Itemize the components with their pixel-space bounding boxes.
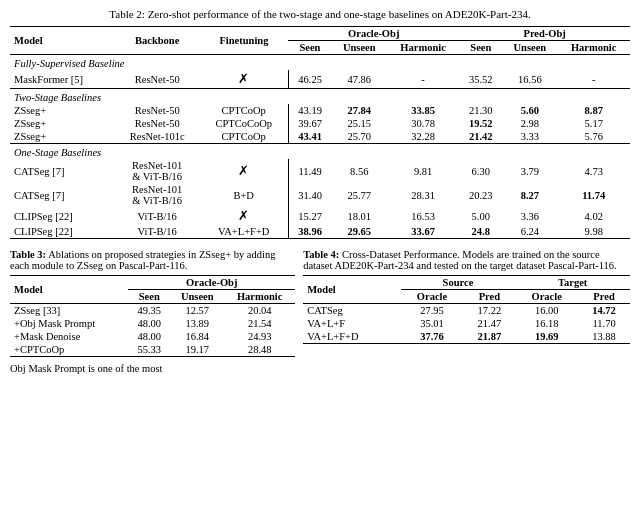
cell-model: +Obj Mask Prompt	[10, 317, 128, 330]
cell-model: +CPTCoOp	[10, 343, 128, 357]
cell-p-harmonic: 8.87	[557, 104, 630, 117]
cell-backbone: ResNet-50	[115, 117, 200, 130]
cell-p-seen: 20.23	[459, 183, 502, 207]
cell-model: +Mask Denoise	[10, 330, 128, 343]
cell-seen: 49.35	[128, 304, 170, 318]
cell-model: CLIPSeg [22]	[10, 207, 115, 225]
col-header-oracle-harmonic: Harmonic	[387, 41, 460, 55]
t3-col-model: Model	[10, 276, 128, 304]
cell-o-seen: 43.41	[288, 130, 332, 144]
cell-p-seen: 21.42	[459, 130, 502, 144]
cell-o-unseen: 25.77	[332, 183, 387, 207]
cell-model: CATSeg	[303, 304, 400, 318]
cell-t-pred: 14.72	[578, 304, 630, 318]
table-row: VA+L+F+D 37.76 21.87 19.69 13.88	[303, 330, 630, 344]
cell-o-harmonic: 9.81	[387, 159, 460, 183]
cell-t-pred: 11.70	[578, 317, 630, 330]
cell-p-harmonic: 11.74	[557, 183, 630, 207]
cell-model: ZSseg+	[10, 104, 115, 117]
cell-finetuning: ✗	[200, 207, 288, 225]
cell-p-seen: 21.30	[459, 104, 502, 117]
cell-seen: 48.00	[128, 330, 170, 343]
cell-finetuning: CPTCoCoOp	[200, 117, 288, 130]
table-row: CATSeg 27.95 17.22 16.00 14.72	[303, 304, 630, 318]
col-header-pred-unseen: Unseen	[502, 41, 557, 55]
cell-s-pred: 21.87	[463, 330, 515, 344]
cell-t-oracle: 16.18	[515, 317, 578, 330]
cell-model: VA+L+F	[303, 317, 400, 330]
cell-unseen: 16.84	[170, 330, 224, 343]
col-header-oracle-obj: Oracle-Obj	[288, 27, 459, 41]
t4-t-pred: Pred	[578, 290, 630, 304]
cell-o-unseen: 47.86	[332, 70, 387, 89]
cell-harmonic: 28.48	[224, 343, 295, 357]
cell-p-unseen: 2.98	[502, 117, 557, 130]
cell-finetuning: ✗	[200, 159, 288, 183]
cell-seen: 55.33	[128, 343, 170, 357]
cell-p-unseen: 5.60	[502, 104, 557, 117]
t4-col-model: Model	[303, 276, 400, 304]
t3-col-seen: Seen	[128, 290, 170, 304]
cell-backbone: ViT-B/16	[115, 225, 200, 239]
cell-p-unseen: 3.79	[502, 159, 557, 183]
cell-p-unseen: 8.27	[502, 183, 557, 207]
table4-container: Table 4: Cross-Dataset Performance. Mode…	[303, 249, 630, 357]
cell-o-unseen: 8.56	[332, 159, 387, 183]
cell-o-seen: 11.49	[288, 159, 332, 183]
cell-harmonic: 21.54	[224, 317, 295, 330]
col-header-oracle-seen: Seen	[288, 41, 332, 55]
table4: Model Source Target Oracle Pred Oracle P…	[303, 275, 630, 344]
cell-unseen: 19.17	[170, 343, 224, 357]
table3: Model Oracle-Obj Seen Unseen Harmonic ZS…	[10, 275, 295, 357]
cell-t-pred: 13.88	[578, 330, 630, 344]
cell-model: CATSeg [7]	[10, 159, 115, 183]
cell-s-oracle: 35.01	[401, 317, 464, 330]
cell-model: CLIPSeg [22]	[10, 225, 115, 239]
cell-p-harmonic: 4.02	[557, 207, 630, 225]
col-header-backbone: Backbone	[115, 27, 200, 55]
cell-backbone: ResNet-50	[115, 104, 200, 117]
t4-s-oracle: Oracle	[401, 290, 464, 304]
bottom-text: Obj Mask Prompt is one of the most	[10, 363, 630, 374]
cell-p-seen: 5.00	[459, 207, 502, 225]
cell-o-seen: 43.19	[288, 104, 332, 117]
cell-p-harmonic: 4.73	[557, 159, 630, 183]
section-two-stage: Two-Stage Baselines	[10, 89, 630, 105]
t3-col-unseen: Unseen	[170, 290, 224, 304]
table-row: +Mask Denoise 48.00 16.84 24.93	[10, 330, 295, 343]
cell-o-unseen: 25.70	[332, 130, 387, 144]
table-row: ZSseg+ ResNet-50 CPTCoOp 43.19 27.84 33.…	[10, 104, 630, 117]
cell-o-unseen: 25.15	[332, 117, 387, 130]
cell-p-harmonic: -	[557, 70, 630, 89]
cell-harmonic: 20.04	[224, 304, 295, 318]
cell-o-seen: 31.40	[288, 183, 332, 207]
cell-t-oracle: 16.00	[515, 304, 578, 318]
cell-o-seen: 39.67	[288, 117, 332, 130]
cell-o-harmonic: 33.67	[387, 225, 460, 239]
cell-o-seen: 15.27	[288, 207, 332, 225]
cell-finetuning: ✗	[200, 70, 288, 89]
cell-model: VA+L+F+D	[303, 330, 400, 344]
t4-t-oracle: Oracle	[515, 290, 578, 304]
cell-finetuning: B+D	[200, 183, 288, 207]
cell-p-unseen: 16.56	[502, 70, 557, 89]
table-row: CLIPSeg [22] ViT-B/16 ✗ 15.27 18.01 16.5…	[10, 207, 630, 225]
cell-o-harmonic: 30.78	[387, 117, 460, 130]
table-row: ZSseg+ ResNet-101c CPTCoOp 43.41 25.70 3…	[10, 130, 630, 144]
t3-col-harmonic: Harmonic	[224, 290, 295, 304]
cell-p-seen: 6.30	[459, 159, 502, 183]
cell-seen: 48.00	[128, 317, 170, 330]
cell-finetuning: CPTCoOp	[200, 104, 288, 117]
cell-p-seen: 24.8	[459, 225, 502, 239]
table4-caption: Table 4: Cross-Dataset Performance. Mode…	[303, 249, 630, 271]
cell-unseen: 13.89	[170, 317, 224, 330]
cell-o-unseen: 29.65	[332, 225, 387, 239]
cell-s-oracle: 37.76	[401, 330, 464, 344]
col-header-pred-obj: Pred-Obj	[459, 27, 630, 41]
cell-p-harmonic: 5.76	[557, 130, 630, 144]
table-row: +CPTCoOp 55.33 19.17 28.48	[10, 343, 295, 357]
table-row: +Obj Mask Prompt 48.00 13.89 21.54	[10, 317, 295, 330]
cell-model: ZSseg+	[10, 130, 115, 144]
cell-backbone: ResNet-50	[115, 70, 200, 89]
col-header-oracle-unseen: Unseen	[332, 41, 387, 55]
